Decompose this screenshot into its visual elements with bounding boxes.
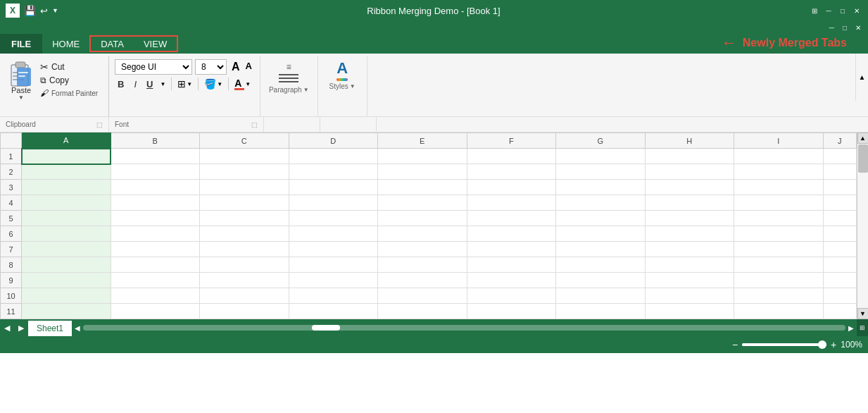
cell-H7[interactable] [645, 242, 734, 257]
cell-G9[interactable] [556, 273, 646, 288]
paragraph-icon[interactable]: ≡ [276, 59, 301, 85]
cell-A2[interactable] [22, 164, 111, 180]
cell-B11[interactable] [111, 304, 200, 319]
cell-H1[interactable] [645, 149, 734, 164]
cell-H9[interactable] [645, 273, 734, 288]
cell-D2[interactable] [289, 164, 378, 180]
cell-B6[interactable] [111, 226, 200, 242]
cell-F8[interactable] [467, 257, 556, 273]
cell-C10[interactable] [200, 288, 289, 304]
resize-handle[interactable]: ⊞ [857, 319, 868, 336]
cell-B5[interactable] [111, 211, 200, 226]
cell-A7[interactable] [22, 242, 111, 257]
decrease-font-button[interactable]: A [244, 61, 254, 73]
cell-J3[interactable] [823, 180, 857, 195]
format-painter-button[interactable]: 🖌 Format Painter [38, 87, 100, 99]
restore-button[interactable]: ⊞ [809, 5, 820, 16]
cell-C6[interactable] [200, 226, 289, 242]
cell-G10[interactable] [556, 288, 646, 304]
cell-A4[interactable] [22, 195, 111, 211]
cell-I10[interactable] [734, 288, 824, 304]
undo-icon[interactable]: ↩ [40, 6, 48, 16]
vertical-scrollbar[interactable]: ▲ ▼ [857, 132, 868, 319]
font-color-dropdown-arrow[interactable]: ▼ [245, 81, 251, 87]
cell-B3[interactable] [111, 180, 200, 195]
cut-button[interactable]: ✂ Cut [38, 61, 100, 73]
cell-I3[interactable] [734, 180, 824, 195]
cell-E4[interactable] [378, 195, 467, 211]
cell-E1[interactable] [378, 149, 467, 164]
cell-H11[interactable] [645, 304, 734, 319]
scroll-track[interactable] [857, 144, 869, 308]
increase-font-button[interactable]: A [229, 61, 242, 73]
cell-E2[interactable] [378, 164, 467, 180]
paragraph-dropdown[interactable]: ▼ [303, 87, 309, 93]
ribbon-scroll-button[interactable]: ▲ [855, 54, 868, 101]
zoom-slider[interactable] [742, 343, 826, 346]
cell-I6[interactable] [734, 226, 824, 242]
cell-J4[interactable] [823, 195, 857, 211]
cell-J10[interactable] [823, 288, 857, 304]
cell-C5[interactable] [200, 211, 289, 226]
cell-C3[interactable] [200, 180, 289, 195]
cell-A10[interactable] [22, 288, 111, 304]
col-header-A[interactable]: A [22, 133, 111, 149]
cell-F2[interactable] [467, 164, 556, 180]
underline-dropdown[interactable]: ▼ [160, 81, 165, 87]
minimize-button[interactable]: ─ [823, 5, 834, 16]
scroll-down-button[interactable]: ▼ [857, 308, 869, 319]
sheet-tab-1[interactable]: Sheet1 [28, 319, 72, 336]
cell-D4[interactable] [289, 195, 378, 211]
cell-J5[interactable] [823, 211, 857, 226]
cell-G5[interactable] [556, 211, 646, 226]
cell-E6[interactable] [378, 226, 467, 242]
cell-A1[interactable] [22, 149, 111, 164]
hscroll-thumb[interactable] [312, 325, 340, 331]
cell-H10[interactable] [645, 288, 734, 304]
cell-B7[interactable] [111, 242, 200, 257]
cell-H3[interactable] [645, 180, 734, 195]
fill-dropdown-arrow[interactable]: ▼ [217, 81, 222, 87]
cell-A5[interactable] [22, 211, 111, 226]
cell-I9[interactable] [734, 273, 824, 288]
cell-D8[interactable] [289, 257, 378, 273]
cell-J9[interactable] [823, 273, 857, 288]
cell-G6[interactable] [556, 226, 646, 242]
cell-C9[interactable] [200, 273, 289, 288]
cell-D1[interactable] [289, 149, 378, 164]
paste-dropdown[interactable]: ▼ [18, 94, 24, 101]
styles-dropdown[interactable]: ▼ [350, 83, 356, 90]
cell-G7[interactable] [556, 242, 646, 257]
hscroll-right-button[interactable]: ▶ [848, 324, 854, 332]
close-button[interactable]: ✕ [851, 5, 862, 16]
cell-G4[interactable] [556, 195, 646, 211]
cell-D6[interactable] [289, 226, 378, 242]
underline-button[interactable]: U [144, 78, 156, 90]
cell-F6[interactable] [467, 226, 556, 242]
border-dropdown-arrow[interactable]: ▼ [187, 81, 192, 87]
file-menu-tab[interactable]: FILE [0, 34, 42, 54]
cell-E9[interactable] [378, 273, 467, 288]
cell-C7[interactable] [200, 242, 289, 257]
restore-button-2[interactable]: ─ [826, 24, 837, 32]
font-name-selector[interactable]: Segoe UI [115, 59, 192, 75]
cell-E11[interactable] [378, 304, 467, 319]
home-menu-tab[interactable]: HOME [42, 34, 89, 54]
cell-D7[interactable] [289, 242, 378, 257]
zoom-plus-button[interactable]: + [831, 339, 836, 350]
cell-E5[interactable] [378, 211, 467, 226]
clipboard-expand-icon[interactable]: ⬚ [96, 121, 103, 128]
cell-B9[interactable] [111, 273, 200, 288]
cell-F4[interactable] [467, 195, 556, 211]
cell-E10[interactable] [378, 288, 467, 304]
cell-F3[interactable] [467, 180, 556, 195]
cell-B8[interactable] [111, 257, 200, 273]
cell-A3[interactable] [22, 180, 111, 195]
scroll-thumb[interactable] [858, 144, 868, 173]
quick-access-dropdown[interactable]: ▼ [52, 7, 58, 14]
cell-H6[interactable] [645, 226, 734, 242]
cell-C1[interactable] [200, 149, 289, 164]
cell-J11[interactable] [823, 304, 857, 319]
sheet-nav-prev[interactable]: ◀ [0, 319, 14, 336]
cell-F7[interactable] [467, 242, 556, 257]
